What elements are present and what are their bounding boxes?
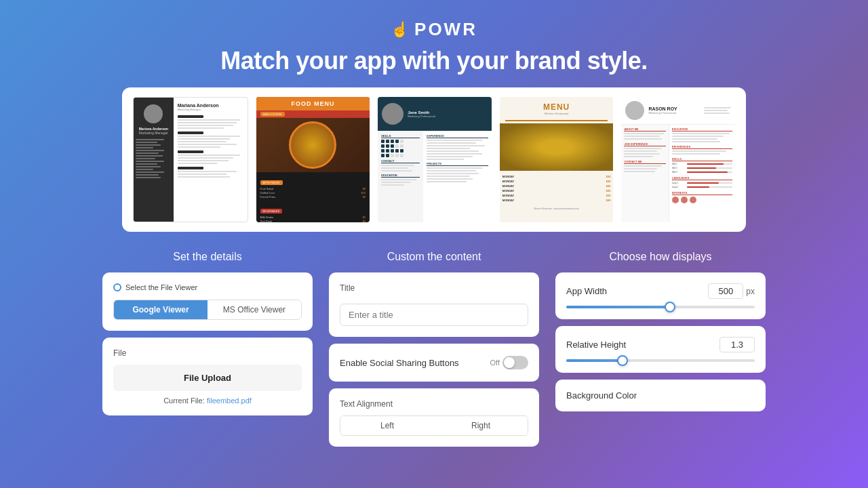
viewer-selector-card: Select the File Viewer Google Viewer MS … — [102, 272, 313, 331]
logo-text: POWR — [414, 19, 477, 40]
template-restaurant-menu[interactable]: MENU Western Restaurant MONDAY$30 MONDAY… — [500, 97, 614, 222]
file-upload-label: File Upload — [121, 373, 294, 383]
column-set-details: Set the details Select the File Viewer G… — [102, 251, 313, 447]
toggle-wrap: Off — [490, 356, 528, 369]
title-label: Title — [340, 283, 528, 293]
app-width-value-box: px — [708, 283, 755, 299]
app-width-thumb[interactable] — [665, 302, 675, 312]
relative-height-thumb[interactable] — [617, 355, 628, 366]
template-resume-1[interactable]: Mariana AndersonMarketing Manager M — [133, 97, 248, 222]
toggle-off-text: Off — [490, 359, 500, 367]
social-label: Enable Social Sharing Buttons — [340, 358, 459, 368]
alignment-label: Text Alignment — [340, 399, 528, 409]
viewer-radio-row: Select the File Viewer — [113, 283, 302, 291]
file-card: File File Upload Current File: fileembed… — [102, 338, 313, 415]
col2-title: Custom the content — [329, 251, 539, 263]
file-label: File — [113, 348, 302, 358]
col3-title: Choose how displays — [555, 251, 766, 263]
file-link[interactable]: fileembed.pdf — [207, 396, 252, 405]
background-color-card: Background Color — [555, 380, 766, 411]
template-professional-resume[interactable]: RASON ROY Marketing Professional ABOUT M… — [621, 97, 735, 222]
toggle-knob — [504, 357, 515, 368]
templates-strip: Mariana AndersonMarketing Manager M — [122, 87, 746, 232]
title-card: Title — [329, 272, 539, 337]
header: ☝ POWR Match your app with your brand st… — [0, 0, 868, 87]
social-toggle-row: Enable Social Sharing Buttons Off — [340, 354, 528, 371]
logo-row: ☝ POWR — [0, 19, 868, 40]
relative-height-track — [566, 359, 755, 362]
column-display-options: Choose how displays App Width px Relativ… — [555, 251, 766, 447]
title-input[interactable] — [340, 304, 528, 326]
relative-height-fill — [566, 359, 623, 362]
google-viewer-button[interactable]: Google Viewer — [114, 300, 208, 319]
relative-height-header: Relative Height — [566, 337, 755, 352]
app-width-header: App Width px — [566, 283, 755, 299]
alignment-btn-row: Left Right — [340, 415, 528, 436]
col1-title: Set the details — [102, 251, 313, 263]
viewer-label: Select the File Viewer — [125, 283, 197, 291]
relative-height-input[interactable] — [719, 337, 755, 352]
relative-height-card: Relative Height — [555, 326, 766, 373]
relative-height-value-box — [719, 337, 755, 352]
relative-height-label: Relative Height — [566, 340, 626, 350]
column-custom-content: Custom the content Title Enable Social S… — [329, 251, 539, 447]
align-right-button[interactable]: Right — [434, 416, 528, 435]
social-sharing-card: Enable Social Sharing Buttons Off — [329, 344, 539, 382]
align-left-button[interactable]: Left — [340, 416, 434, 435]
viewer-radio[interactable] — [113, 283, 121, 291]
alignment-card: Text Alignment Left Right — [329, 388, 539, 447]
current-file-text: Current File: fileembed.pdf — [113, 396, 302, 405]
viewer-btn-row: Google Viewer MS Office Viewer — [113, 300, 302, 320]
headline: Match your app with your brand style. — [0, 47, 868, 75]
template-dark-resume[interactable]: Jane Smith Marketing Professional SKILLS — [378, 97, 492, 222]
app-width-track — [566, 306, 755, 308]
bottom-section: Set the details Select the File Viewer G… — [0, 251, 868, 447]
ms-office-viewer-button[interactable]: MS Office Viewer — [208, 300, 301, 319]
file-upload-button[interactable]: File Upload — [113, 365, 302, 391]
app-width-card: App Width px — [555, 272, 766, 319]
template-food-menu[interactable]: FOOD MENU MAIN COURSE APPETIZERS Fruit S… — [256, 97, 370, 222]
background-color-label: Background Color — [566, 390, 755, 401]
app-width-fill — [566, 306, 670, 308]
app-width-label: App Width — [566, 286, 607, 296]
social-toggle[interactable] — [502, 356, 528, 369]
app-width-input[interactable] — [708, 283, 743, 299]
app-width-unit: px — [746, 287, 755, 296]
powr-icon: ☝ — [391, 21, 409, 39]
